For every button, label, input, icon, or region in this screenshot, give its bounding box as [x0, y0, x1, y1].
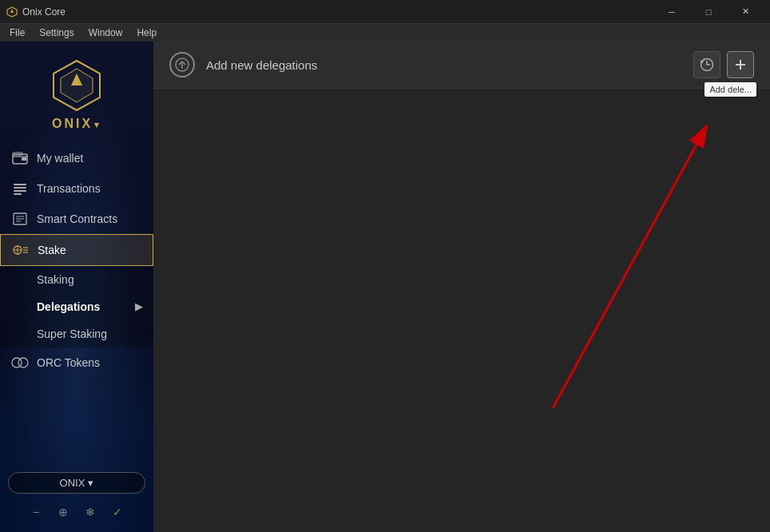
titlebar: Onix Core ─ □ ✕: [0, 0, 770, 24]
svg-marker-1: [10, 9, 14, 13]
content-header: Add new delegations Add del: [153, 42, 770, 89]
history-button[interactable]: [693, 51, 720, 78]
menubar: File Settings Window Help: [0, 24, 770, 42]
contracts-icon: [11, 212, 29, 226]
wallet-icon: [11, 151, 29, 165]
arrow-annotation: [153, 89, 770, 512]
maximize-button[interactable]: □: [690, 0, 727, 24]
svg-point-24: [18, 358, 28, 367]
menu-window[interactable]: Window: [82, 26, 129, 40]
bottom-globe-icon[interactable]: ⊕: [54, 503, 72, 521]
app-icon: [6, 6, 18, 18]
nav-items: My wallet Transactions: [0, 143, 153, 378]
sidebar-item-orc-tokens[interactable]: ORC Tokens: [0, 347, 153, 378]
sidebar-item-super-staking[interactable]: Super Staking: [0, 320, 153, 347]
svg-rect-12: [14, 193, 22, 195]
titlebar-left: Onix Core: [6, 6, 65, 18]
transactions-icon: [11, 181, 29, 196]
header-left: Add new delegations: [169, 52, 317, 77]
wallet-selector-arrow: ▾: [88, 477, 93, 489]
svg-rect-6: [22, 157, 26, 161]
header-actions: Add dele...: [693, 51, 754, 78]
transactions-label: Transactions: [37, 182, 101, 195]
sidebar-item-transactions[interactable]: Transactions: [0, 173, 153, 204]
add-delegation-button[interactable]: Add dele...: [727, 51, 754, 78]
history-icon: [700, 58, 714, 72]
logo-text: ONIX▾: [52, 117, 101, 131]
titlebar-controls: ─ □ ✕: [653, 0, 764, 24]
header-circle-icon: [169, 52, 195, 77]
minimize-button[interactable]: ─: [653, 0, 690, 24]
orc-icon: [11, 355, 29, 370]
add-icon: [734, 58, 747, 71]
sidebar-item-stake[interactable]: Stake: [0, 234, 153, 266]
header-title: Add new delegations: [206, 58, 317, 72]
sidebar-item-wallet[interactable]: My wallet: [0, 143, 153, 173]
wallet-selector[interactable]: ONIX ▾: [8, 472, 145, 494]
bottom-minus-icon[interactable]: −: [27, 503, 45, 521]
delegations-arrow-icon: ▶: [135, 301, 142, 312]
smart-contracts-label: Smart Contracts: [37, 212, 117, 225]
sidebar-item-smart-contracts[interactable]: Smart Contracts: [0, 204, 153, 234]
app-title: Onix Core: [22, 6, 65, 18]
menu-settings[interactable]: Settings: [33, 26, 80, 40]
super-staking-label: Super Staking: [37, 328, 107, 340]
logo-hex: [49, 58, 105, 113]
stake-icon: [12, 243, 30, 257]
svg-rect-9: [14, 184, 26, 185]
close-button[interactable]: ✕: [727, 0, 764, 24]
orc-tokens-label: ORC Tokens: [37, 356, 100, 369]
menu-help[interactable]: Help: [130, 26, 163, 40]
content-area: Add new delegations Add del: [153, 42, 770, 532]
wallet-label: My wallet: [37, 152, 83, 165]
staking-label: Staking: [37, 273, 74, 286]
menu-file[interactable]: File: [3, 26, 31, 40]
sidebar-item-delegations[interactable]: Delegations ▶: [0, 293, 153, 320]
delegations-label: Delegations: [37, 300, 100, 313]
logo-area: ONIX▾: [0, 42, 153, 143]
sidebar: ONIX▾ My wallet: [0, 42, 153, 532]
main-layout: ONIX▾ My wallet: [0, 42, 770, 532]
svg-line-31: [553, 145, 697, 408]
bottom-check-icon[interactable]: ✓: [109, 503, 126, 521]
svg-rect-10: [14, 187, 26, 189]
wallet-selector-label: ONIX: [60, 477, 85, 489]
sidebar-item-staking[interactable]: Staking: [0, 266, 153, 293]
svg-rect-11: [14, 190, 26, 192]
sidebar-bottom: ONIX ▾ − ⊕ ❄ ✓: [0, 464, 153, 532]
bottom-icons: − ⊕ ❄ ✓: [8, 500, 145, 524]
bottom-snowflake-icon[interactable]: ❄: [81, 503, 99, 521]
content-body: [153, 89, 770, 532]
stake-label: Stake: [38, 244, 66, 256]
